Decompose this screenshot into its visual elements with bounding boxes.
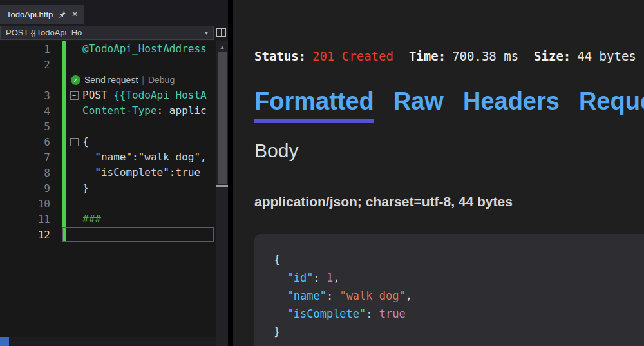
document-tab[interactable]: TodoApi.http ✕ bbox=[0, 5, 84, 24]
line-number: 3 bbox=[0, 90, 62, 102]
scrollbar-grip[interactable] bbox=[216, 185, 228, 187]
response-pane: Status: 201 Created Time: 700.38 ms Size… bbox=[233, 0, 644, 346]
change-indicator bbox=[62, 103, 66, 119]
editor-line[interactable]: 7 "name":"walk dog", bbox=[0, 149, 216, 165]
json-token bbox=[274, 289, 287, 302]
send-request-link[interactable]: Send request bbox=[84, 75, 138, 85]
editor-line[interactable]: 10 bbox=[0, 196, 216, 211]
json-line: { bbox=[274, 251, 644, 269]
code-lens-row[interactable]: ✓Send request|Debug bbox=[0, 72, 216, 88]
json-token: "name" bbox=[287, 289, 326, 302]
editor-pane: TodoApi.http ✕ POST {{TodoApi_Ho ▾ 1@Tod… bbox=[0, 0, 228, 346]
editor-line[interactable]: 8 "isComplete":true bbox=[0, 165, 216, 180]
change-indicator bbox=[62, 211, 66, 227]
code-token: "name":"walk dog", bbox=[82, 151, 207, 163]
pane-divider[interactable] bbox=[228, 0, 233, 346]
scrollbar-corner-badge bbox=[0, 337, 9, 346]
request-selector-dropdown[interactable]: POST {{TodoApi_Ho ▾ bbox=[0, 26, 214, 40]
request-toolbar: POST {{TodoApi_Ho ▾ bbox=[0, 24, 228, 41]
json-token: "walk dog" bbox=[339, 289, 405, 302]
visual-studio-window: TodoApi.http ✕ POST {{TodoApi_Ho ▾ 1@Tod… bbox=[0, 0, 644, 346]
response-status-row: Status: 201 Created Time: 700.38 ms Size… bbox=[254, 49, 644, 63]
json-token bbox=[274, 271, 287, 284]
json-token: } bbox=[274, 325, 280, 338]
time-value: 700.38 ms bbox=[452, 49, 518, 63]
code-token: Content-Type bbox=[82, 104, 157, 117]
change-indicator bbox=[62, 119, 66, 134]
code-text: POST {{TodoApi_HostA bbox=[82, 88, 216, 103]
line-number: 10 bbox=[0, 198, 62, 210]
json-token: { bbox=[274, 253, 280, 266]
status-value: 201 Created bbox=[312, 49, 393, 63]
tab-request[interactable]: Request bbox=[579, 88, 644, 123]
code-token: POST bbox=[82, 89, 113, 101]
code-token: applic bbox=[169, 104, 207, 117]
code-token: { bbox=[82, 135, 89, 148]
editor-line[interactable]: 11### bbox=[0, 211, 216, 227]
pin-icon[interactable] bbox=[58, 10, 66, 19]
size-value: 44 bytes bbox=[577, 49, 636, 63]
editor-line[interactable]: 1@TodoApi_HostAddress bbox=[0, 41, 216, 57]
response-tabs: FormattedRawHeadersRequest bbox=[254, 88, 644, 123]
line-number: 5 bbox=[0, 120, 62, 133]
json-line: "name": "walk dog", bbox=[274, 287, 644, 305]
json-token: : bbox=[313, 271, 326, 284]
json-token: true bbox=[379, 307, 406, 320]
json-token: , bbox=[406, 289, 412, 302]
fold-marker-icon[interactable]: − bbox=[70, 91, 79, 100]
json-token bbox=[274, 307, 287, 320]
body-section-heading: Body bbox=[254, 140, 644, 162]
code-token: } bbox=[82, 182, 89, 194]
change-indicator bbox=[62, 227, 66, 242]
code-text: Content-Type: applic bbox=[82, 103, 216, 119]
line-number: 8 bbox=[0, 167, 62, 179]
code-text: @TodoApi_HostAddress bbox=[82, 41, 216, 57]
tab-raw[interactable]: Raw bbox=[393, 88, 444, 123]
json-token: : bbox=[327, 289, 339, 302]
debug-link[interactable]: Debug bbox=[148, 75, 175, 85]
editor-line[interactable]: 3−POST {{TodoApi_HostA bbox=[0, 88, 216, 103]
split-editor-icon[interactable] bbox=[214, 28, 228, 37]
json-token: , bbox=[333, 271, 339, 284]
json-token: : bbox=[366, 307, 379, 320]
code-token: {{TodoApi_HostA bbox=[113, 89, 207, 101]
editor-line[interactable]: 5 bbox=[0, 119, 216, 134]
change-indicator bbox=[62, 165, 66, 180]
fold-column: − bbox=[66, 91, 82, 100]
close-icon[interactable]: ✕ bbox=[71, 10, 78, 18]
tab-formatted[interactable]: Formatted bbox=[254, 88, 374, 123]
fold-marker-icon[interactable]: − bbox=[70, 138, 79, 146]
code-editor[interactable]: 1@TodoApi_HostAddress2✓Send request|Debu… bbox=[0, 41, 228, 346]
document-tab-strip: TodoApi.http ✕ bbox=[0, 0, 228, 24]
editor-line[interactable]: 6−{ bbox=[0, 134, 216, 149]
editor-line[interactable]: 9} bbox=[0, 180, 216, 196]
tab-headers[interactable]: Headers bbox=[463, 88, 560, 123]
code-lens-separator: | bbox=[142, 75, 144, 85]
vertical-scrollbar[interactable]: ▲ bbox=[216, 41, 228, 346]
line-number: 7 bbox=[0, 151, 62, 164]
line-number: 11 bbox=[0, 213, 62, 226]
line-number: 9 bbox=[0, 182, 62, 195]
horizontal-scrollbar[interactable] bbox=[0, 337, 216, 346]
code-token: ### bbox=[82, 213, 101, 225]
line-number: 1 bbox=[0, 43, 62, 55]
response-body-json[interactable]: { "id": 1, "name": "walk dog", "isComple… bbox=[254, 234, 644, 346]
line-number: 12 bbox=[0, 229, 62, 241]
size-label: Size: bbox=[534, 49, 571, 63]
scroll-up-arrow-icon[interactable]: ▲ bbox=[216, 41, 228, 50]
change-indicator bbox=[62, 149, 66, 165]
editor-line[interactable]: 12 bbox=[0, 227, 216, 242]
current-line-highlight bbox=[62, 227, 214, 242]
json-line: "isComplete": true bbox=[274, 305, 644, 323]
editor-line[interactable]: 4Content-Type: applic bbox=[0, 103, 216, 119]
scrollbar-thumb[interactable] bbox=[218, 52, 227, 184]
change-indicator bbox=[62, 57, 66, 72]
json-token: 1 bbox=[327, 271, 333, 284]
document-tab-title: TodoApi.http bbox=[6, 10, 53, 19]
time-label: Time: bbox=[409, 49, 446, 63]
change-indicator bbox=[62, 41, 66, 57]
split-editor-glyph bbox=[216, 28, 226, 37]
code-text: { bbox=[82, 134, 216, 149]
editor-line[interactable]: 2 bbox=[0, 57, 216, 72]
fold-column: − bbox=[66, 138, 82, 146]
